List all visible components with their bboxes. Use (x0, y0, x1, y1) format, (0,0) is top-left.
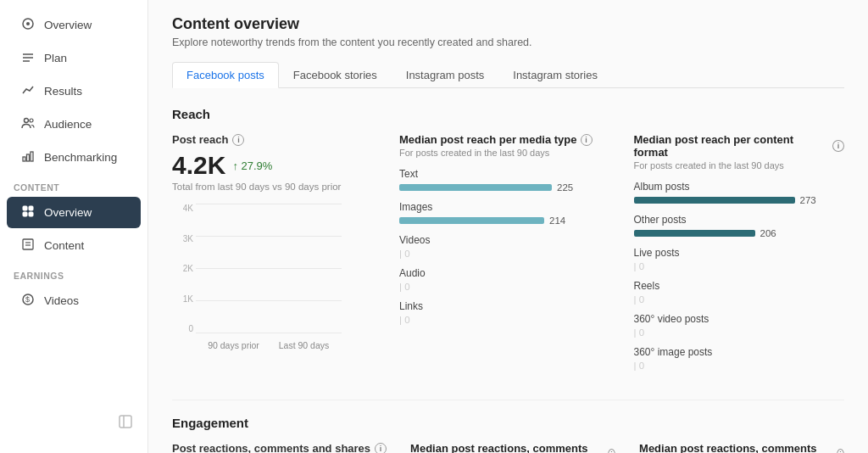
audience-icon (20, 116, 36, 132)
tab-facebook-posts[interactable]: Facebook posts (172, 62, 279, 88)
reach-small-note: Total from last 90 days vs 90 days prior (172, 182, 376, 192)
engagement-media-title: Median post reactions, comments and shar… (410, 442, 604, 453)
svg-rect-12 (23, 212, 27, 216)
svg-text:$: $ (25, 295, 30, 304)
page-subtitle: Explore noteworthy trends from the conte… (172, 36, 844, 48)
engagement-media-panel: Median post reactions, comments and shar… (410, 442, 615, 453)
median-format-subtitle: For posts created in the last 90 days (634, 160, 845, 171)
sidebar-label-benchmarking: Benchmarking (44, 151, 117, 164)
engagement-media-info-icon[interactable]: i (608, 449, 615, 453)
sidebar-item-videos[interactable]: $ Videos (7, 285, 141, 316)
content-overview-icon (20, 204, 36, 221)
videos-icon: $ (20, 293, 36, 309)
engagement-left-panel: Post reactions, comments and shares i 4.… (172, 442, 387, 453)
bar-label-prior: 90 days prior (204, 340, 263, 350)
sidebar-label-videos: Videos (44, 294, 79, 307)
median-format-panel: Median post reach per content format i F… (634, 133, 845, 379)
main-content: Content overview Explore noteworthy tren… (148, 0, 868, 453)
sidebar-label-content-overview: Overview (44, 206, 92, 219)
sidebar-item-plan[interactable]: Plan (7, 42, 141, 74)
median-format-title: Median post reach per content format (634, 133, 830, 159)
reach-row: Post reach i 4.2K ↑ 27.9% Total from las… (172, 133, 844, 379)
post-reactions-label: Post reactions, comments and shares i (172, 442, 387, 453)
media-row-links: Links | 0 (399, 300, 610, 325)
sidebar-label-overview: Overview (44, 19, 92, 31)
svg-rect-7 (23, 157, 25, 161)
sidebar-footer (0, 403, 147, 445)
median-media-info-icon[interactable]: i (581, 134, 593, 146)
sidebar-label-audience: Audience (44, 118, 92, 131)
svg-point-1 (26, 22, 30, 25)
engagement-format-info-icon[interactable]: i (837, 449, 844, 453)
median-format-info-icon[interactable]: i (832, 140, 844, 152)
format-row-live: Live posts | 0 (634, 247, 845, 271)
median-media-subtitle: For posts created in the last 90 days (399, 148, 610, 158)
earnings-section-label: Earnings (0, 262, 147, 284)
svg-point-5 (25, 119, 29, 123)
plan-icon (20, 50, 36, 66)
sidebar-item-content[interactable]: Content (7, 230, 141, 261)
format-row-album: Album posts 273 (634, 181, 845, 205)
svg-rect-10 (23, 206, 27, 210)
format-row-reels: Reels | 0 (634, 280, 845, 305)
reach-section-title: Reach (172, 107, 844, 121)
tab-facebook-stories[interactable]: Facebook stories (279, 62, 392, 88)
engagement-section: Engagement Post reactions, comments and … (172, 400, 844, 453)
median-media-panel: Median post reach per media type i For p… (399, 133, 610, 379)
arrow-up-icon: ↑ (232, 159, 238, 172)
results-icon (20, 83, 36, 99)
format-row-other: Other posts 206 (634, 214, 845, 238)
tab-instagram-stories[interactable]: Instagram stories (498, 62, 612, 88)
svg-rect-9 (31, 152, 33, 161)
svg-rect-13 (29, 212, 33, 216)
svg-rect-19 (120, 416, 131, 428)
svg-rect-8 (27, 154, 30, 161)
median-media-title: Median post reach per media type (399, 133, 577, 146)
reach-bar-chart: 4K 3K 2K 1K 0 (172, 204, 342, 352)
engagement-row: Post reactions, comments and shares i 4.… (172, 442, 844, 453)
post-reach-label: Post reach i (172, 133, 376, 146)
sidebar-label-content: Content (44, 239, 84, 252)
engagement-section-title: Engagement (172, 416, 844, 430)
format-row-360-image: 360° image posts | 0 (634, 346, 845, 371)
sidebar-toggle-icon[interactable] (117, 413, 134, 434)
engagement-format-panel: Median post reactions, comments and shar… (639, 442, 844, 453)
reach-chart-panel: Post reach i 4.2K ↑ 27.9% Total from las… (172, 133, 376, 379)
sidebar-item-benchmarking[interactable]: Benchmarking (7, 142, 141, 173)
sidebar-item-overview[interactable]: Overview (7, 9, 141, 41)
tabs-bar: Facebook posts Facebook stories Instagra… (172, 62, 844, 88)
page-title: Content overview (172, 15, 844, 33)
content-section-label: Content (0, 174, 147, 196)
reach-big-value: 4.2K ↑ 27.9% (172, 151, 376, 180)
overview-icon (20, 17, 36, 33)
media-row-text: Text 225 (399, 168, 610, 193)
svg-point-6 (30, 119, 33, 122)
reach-change: ↑ 27.9% (232, 159, 272, 172)
format-row-360-video: 360° video posts | 0 (634, 313, 845, 338)
svg-rect-14 (23, 239, 33, 249)
bar-label-last: Last 90 days (275, 340, 333, 350)
post-reach-info-icon[interactable]: i (232, 134, 244, 146)
media-row-audio: Audio | 0 (399, 267, 610, 292)
media-row-images: Images 214 (399, 201, 610, 226)
sidebar-item-audience[interactable]: Audience (7, 109, 141, 140)
post-reactions-info-icon[interactable]: i (375, 443, 387, 454)
engagement-format-title: Median post reactions, comments and shar… (639, 442, 833, 453)
sidebar-item-content-overview[interactable]: Overview (7, 197, 141, 228)
sidebar-label-results: Results (44, 85, 82, 98)
tab-instagram-posts[interactable]: Instagram posts (392, 62, 499, 88)
content-icon (20, 238, 36, 254)
svg-rect-11 (29, 206, 33, 210)
media-row-videos: Videos | 0 (399, 234, 610, 259)
sidebar: Overview Plan Results Audience Benchmark… (0, 0, 148, 453)
benchmarking-icon (20, 149, 36, 165)
sidebar-item-results[interactable]: Results (7, 76, 141, 107)
sidebar-label-plan: Plan (44, 52, 67, 64)
